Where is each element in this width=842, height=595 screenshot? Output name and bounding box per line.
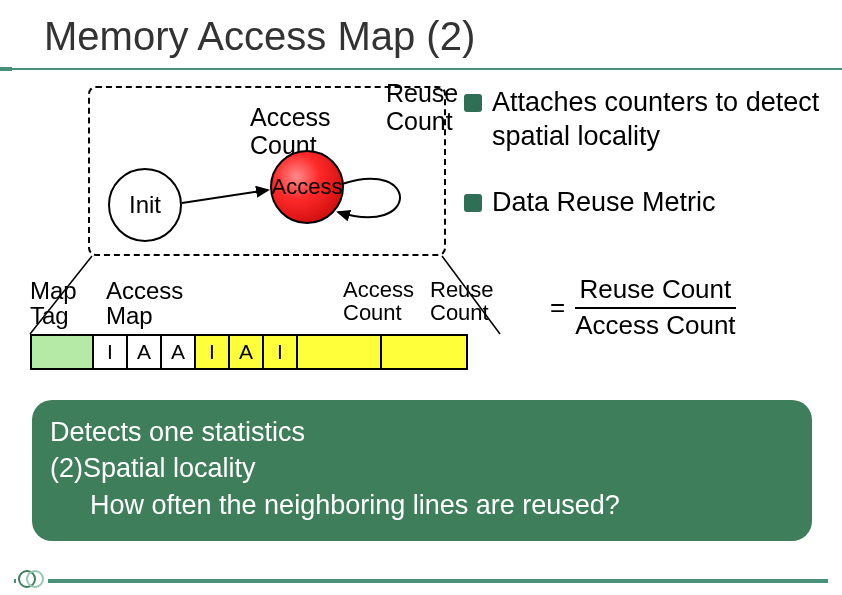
bullet-icon: [464, 94, 482, 112]
cell-state-5: I: [264, 336, 298, 368]
state-diagram: Reuse Count Access Count Init Access: [88, 86, 446, 256]
access-map-header: Access Map: [106, 278, 183, 328]
slide-title: Memory Access Map (2): [0, 0, 842, 65]
fraction-bar: [575, 307, 735, 309]
transition-arrows: [90, 88, 448, 258]
summary-line-2: (2)Spatial locality: [50, 450, 794, 486]
fraction: Reuse Count Access Count: [575, 275, 735, 341]
summary-callout: Detects one statistics (2)Spatial locali…: [32, 400, 812, 541]
bullet-2: Data Reuse Metric: [464, 186, 832, 220]
cell-access-count: [298, 336, 382, 368]
footer-divider: [14, 579, 828, 583]
bullet-1: Attaches counters to detect spatial loca…: [464, 86, 832, 154]
cell-state-1: A: [128, 336, 162, 368]
formula: = Reuse Count Access Count: [540, 275, 736, 341]
cell-state-3: I: [196, 336, 230, 368]
title-underline: [0, 67, 842, 71]
reuse-count-header: Reuse Count: [430, 278, 510, 324]
bullet-list: Attaches counters to detect spatial loca…: [464, 86, 832, 233]
equals-sign: =: [550, 292, 565, 323]
bullet-2-text: Data Reuse Metric: [492, 186, 832, 220]
cell-reuse-count: [382, 336, 466, 368]
fraction-denominator: Access Count: [575, 311, 735, 341]
cell-state-0: I: [94, 336, 128, 368]
svg-line-0: [182, 190, 268, 203]
cell-state-4: A: [230, 336, 264, 368]
summary-line-3: How often the neighboring lines are reus…: [50, 487, 794, 523]
cell-map-tag: [32, 336, 94, 368]
logo-icon: [16, 567, 48, 591]
bullet-icon: [464, 194, 482, 212]
table-row: I A A I A I: [30, 334, 468, 370]
memory-map-table: Map Tag Access Map Access Count Reuse Co…: [30, 278, 77, 328]
access-count-header: Access Count: [343, 278, 423, 324]
bullet-1-text: Attaches counters to detect spatial loca…: [492, 86, 832, 154]
fraction-numerator: Reuse Count: [580, 275, 732, 305]
map-tag-header: Map Tag: [30, 278, 77, 328]
cell-state-2: A: [162, 336, 196, 368]
summary-line-1: Detects one statistics: [50, 414, 794, 450]
